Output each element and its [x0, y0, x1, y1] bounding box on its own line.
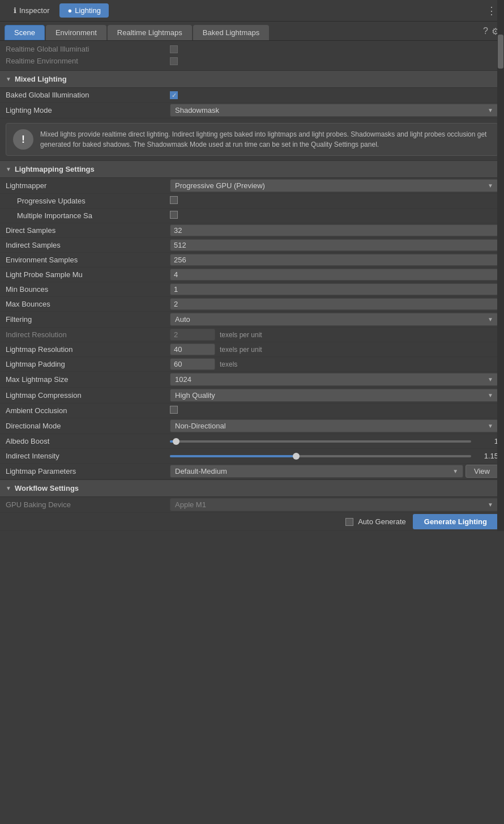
indirect-intensity-value: 1.15 [476, 452, 498, 460]
realtime-env-row: Realtime Environment [6, 55, 498, 67]
multiple-importance-label: Multiple Importance Sa [6, 211, 170, 220]
directional-mode-arrow: ▼ [488, 423, 493, 429]
realtime-section: Realtime Global Illuminati Realtime Envi… [0, 41, 504, 70]
scrollbar-track[interactable] [497, 0, 504, 531]
lighting-mode-row: Lighting Mode Shadowmask ▼ [0, 103, 504, 118]
view-button[interactable]: View [465, 465, 498, 478]
inspector-tab[interactable]: ℹ Inspector [6, 3, 57, 18]
light-probe-sample-row: Light Probe Sample Mu [0, 267, 504, 282]
lighting-dot-icon: ● [67, 6, 72, 15]
filtering-label: Filtering [6, 315, 170, 324]
indirect-samples-input[interactable] [170, 239, 498, 251]
gpu-baking-label: GPU Baking Device [6, 500, 170, 509]
indirect-intensity-fill [170, 455, 296, 457]
lighting-mode-value: Shadowmask ▼ [170, 104, 498, 117]
indirect-resolution-label: Indirect Resolution [6, 330, 170, 339]
directional-mode-label: Directional Mode [6, 422, 170, 430]
environment-samples-row: Environment Samples [0, 253, 504, 267]
tab-environment[interactable]: Environment [46, 25, 106, 40]
direct-samples-input[interactable] [170, 224, 498, 236]
tab-scene[interactable]: Scene [5, 25, 45, 40]
mixed-lighting-info: ! Mixed lights provide realtime direct l… [6, 123, 498, 156]
indirect-intensity-thumb[interactable] [293, 453, 300, 460]
lightmap-compression-arrow: ▼ [488, 392, 493, 398]
indirect-intensity-track[interactable] [170, 455, 471, 457]
light-probe-sample-input[interactable] [170, 269, 498, 281]
indirect-resolution-suffix: texels per unit [220, 331, 262, 339]
gpu-baking-dropdown[interactable]: Apple M1 ▼ [170, 498, 498, 511]
lightmapper-arrow: ▼ [488, 182, 493, 189]
progressive-updates-row: Progressive Updates [0, 194, 504, 209]
baked-gi-value: ✓ [170, 91, 498, 100]
direct-samples-label: Direct Samples [6, 226, 170, 235]
realtime-gi-checkbox[interactable] [170, 45, 178, 53]
filtering-row: Filtering Auto ▼ [0, 312, 504, 328]
filtering-arrow: ▼ [488, 316, 493, 322]
workflow-title: Workflow Settings [15, 484, 79, 492]
directional-mode-dropdown[interactable]: Non-Directional ▼ [170, 419, 498, 432]
lightmap-compression-dropdown[interactable]: High Quality ▼ [170, 389, 498, 402]
indirect-intensity-slider-row: 1.15 [170, 452, 498, 460]
max-bounces-row: Max Bounces [0, 297, 504, 312]
realtime-gi-label: Realtime Global Illuminati [6, 45, 170, 53]
auto-gen-controls: Auto Generate [345, 517, 406, 526]
direct-samples-row: Direct Samples [0, 223, 504, 238]
lightmapping-settings-header[interactable]: ▼ Lightmapping Settings [0, 160, 504, 178]
info-text-content: Mixed lights provide realtime direct lig… [40, 129, 491, 150]
environment-samples-input[interactable] [170, 254, 498, 266]
filtering-dropdown[interactable]: Auto ▼ [170, 313, 498, 326]
progressive-updates-checkbox[interactable] [170, 196, 178, 204]
top-bar: ℹ Inspector ● Lighting ⋮ [0, 0, 504, 22]
max-lightmap-size-label: Max Lightmap Size [6, 375, 170, 384]
lighting-mode-dropdown[interactable]: Shadowmask ▼ [170, 104, 498, 117]
lightmap-resolution-label: Lightmap Resolution [6, 345, 170, 354]
lightmap-params-label: Lightmap Parameters [6, 467, 170, 475]
realtime-env-checkbox[interactable] [170, 57, 178, 65]
mixed-lighting-header[interactable]: ▼ Mixed Lighting [0, 70, 504, 88]
lightmapper-row: Lightmapper Progressive GPU (Preview) ▼ [0, 178, 504, 194]
directional-mode-row: Directional Mode Non-Directional ▼ [0, 418, 504, 434]
multiple-importance-row: Multiple Importance Sa [0, 209, 504, 223]
auto-generate-checkbox[interactable] [345, 518, 353, 526]
ambient-occlusion-row: Ambient Occlusion [0, 403, 504, 418]
tab-baked-lightmaps[interactable]: Baked Lightmaps [193, 25, 269, 40]
generate-lighting-button[interactable]: Generate Lighting [413, 514, 498, 529]
albedo-boost-slider-row: 1 [170, 437, 498, 445]
albedo-boost-track[interactable] [170, 440, 471, 443]
lightmapper-dropdown[interactable]: Progressive GPU (Preview) ▼ [170, 179, 498, 192]
lightmap-resolution-input[interactable] [170, 343, 215, 355]
gpu-baking-device-row: GPU Baking Device Apple M1 ▼ [0, 497, 504, 513]
indirect-resolution-input[interactable] [170, 329, 215, 341]
indirect-samples-row: Indirect Samples [0, 238, 504, 253]
lightmap-resolution-suffix: texels per unit [220, 346, 262, 354]
workflow-arrow: ▼ [6, 485, 11, 491]
lighting-tab[interactable]: ● Lighting [59, 3, 108, 18]
albedo-boost-thumb[interactable] [173, 438, 180, 445]
workflow-settings-body: GPU Baking Device Apple M1 ▼ Auto Genera… [0, 497, 504, 531]
max-lightmap-size-dropdown[interactable]: 1024 ▼ [170, 373, 498, 386]
scrollbar-thumb[interactable] [498, 35, 503, 69]
realtime-gi-row: Realtime Global Illuminati [6, 43, 498, 55]
max-lightmap-size-arrow: ▼ [488, 376, 493, 383]
workflow-settings-header[interactable]: ▼ Workflow Settings [0, 479, 504, 497]
lightmap-compression-row: Lightmap Compression High Quality ▼ [0, 388, 504, 403]
help-icon[interactable]: ? [483, 26, 488, 37]
progressive-updates-label: Progressive Updates [6, 197, 170, 205]
lightmap-padding-row: Lightmap Padding texels [0, 357, 504, 372]
lightmap-params-arrow: ▼ [452, 468, 458, 474]
lightmapper-label: Lightmapper [6, 181, 170, 190]
more-menu-icon[interactable]: ⋮ [485, 4, 498, 18]
max-bounces-input[interactable] [170, 298, 498, 310]
albedo-boost-row: Albedo Boost 1 [0, 434, 504, 449]
lightmapping-body: Lightmapper Progressive GPU (Preview) ▼ … [0, 178, 504, 479]
multiple-importance-checkbox[interactable] [170, 211, 178, 219]
ambient-occlusion-checkbox[interactable] [170, 406, 178, 414]
min-bounces-input[interactable] [170, 283, 498, 295]
lightmapping-arrow: ▼ [6, 166, 11, 172]
albedo-boost-value: 1 [476, 437, 498, 445]
tab-realtime-lightmaps[interactable]: Realtime Lightmaps [108, 25, 192, 40]
lightmap-padding-input[interactable] [170, 358, 215, 370]
min-bounces-row: Min Bounces [0, 282, 504, 297]
baked-gi-checkbox[interactable]: ✓ [170, 91, 178, 99]
lightmap-params-dropdown[interactable]: Default-Medium ▼ [170, 465, 463, 478]
